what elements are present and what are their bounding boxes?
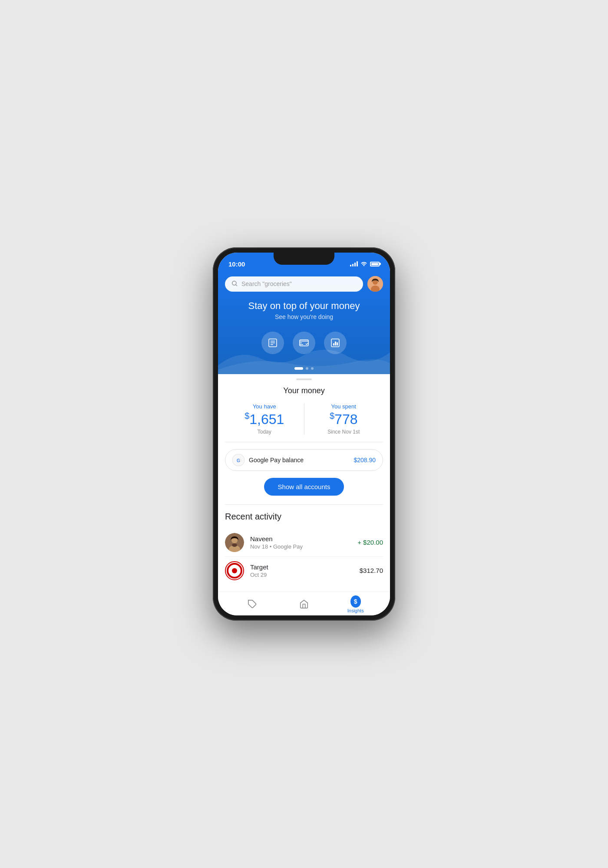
naveen-amount: + $20.00 <box>357 539 383 546</box>
balance-left: G Google Pay balance <box>232 454 304 466</box>
you-spent-period: Since Nov 1st <box>309 429 379 435</box>
nav-insights-label: Insights <box>347 608 364 613</box>
naveen-avatar <box>225 533 244 552</box>
you-spent-cell: You spent $778 Since Nov 1st <box>304 403 383 435</box>
you-have-period: Today <box>229 429 300 435</box>
signal-icon <box>350 261 358 266</box>
you-spent-value: 778 <box>334 411 357 427</box>
target-detail: Oct 29 <box>250 572 354 578</box>
search-placeholder: Search "groceries" <box>241 280 292 287</box>
search-bar[interactable]: Search "groceries" <box>225 276 363 292</box>
avatar[interactable] <box>367 276 383 292</box>
drag-handle <box>296 378 312 380</box>
wifi-icon <box>360 260 367 267</box>
tag-icon <box>247 599 258 609</box>
svg-rect-12 <box>335 342 336 345</box>
carousel-dots <box>225 367 383 374</box>
hero-section: Stay on top of your money See how you're… <box>225 300 383 326</box>
recent-activity-title: Recent activity <box>225 512 383 522</box>
naveen-name: Naveen <box>250 535 351 542</box>
you-have-label: You have <box>229 403 300 410</box>
header-blue: Search "groceries" Stay on top of your m… <box>218 272 390 374</box>
phone-screen: 10:00 <box>218 253 390 615</box>
nav-item-pay[interactable] <box>227 599 278 611</box>
transactions-button[interactable] <box>261 332 284 354</box>
notch <box>274 253 334 265</box>
balance-name: Google Pay balance <box>249 457 304 464</box>
you-have-cell: You have $1,651 Today <box>225 403 304 435</box>
cards-button[interactable] <box>293 332 315 354</box>
google-pay-balance-row[interactable]: G Google Pay balance $208.90 <box>225 449 383 471</box>
you-spent-dollar: $ <box>330 411 334 421</box>
phone-device: 10:00 <box>213 247 395 621</box>
dot-3 <box>311 367 314 370</box>
activity-item-naveen[interactable]: Naveen Nov 18 • Google Pay + $20.00 <box>218 529 390 556</box>
dot-1 <box>294 367 303 370</box>
svg-rect-13 <box>337 342 338 345</box>
hero-title: Stay on top of your money <box>229 300 379 312</box>
bottom-nav: $ Insights <box>218 592 390 615</box>
target-name: Target <box>250 563 354 571</box>
section-divider <box>225 504 383 505</box>
hero-subtitle: See how you're doing <box>229 313 379 320</box>
show-all-accounts-button[interactable]: Show all accounts <box>264 478 344 496</box>
svg-point-19 <box>232 543 237 547</box>
target-amount: $312.70 <box>360 567 383 574</box>
insights-nav-icon: $ <box>350 596 361 607</box>
you-spent-amount: $778 <box>309 411 379 427</box>
action-icons-row <box>225 326 383 367</box>
svg-point-0 <box>232 281 236 285</box>
insights-button[interactable] <box>324 332 347 354</box>
activity-item-target[interactable]: Target Oct 29 $312.70 <box>218 557 390 585</box>
svg-rect-11 <box>333 343 334 345</box>
nav-item-insights[interactable]: $ Insights <box>330 596 381 613</box>
your-money-title: Your money <box>218 386 390 395</box>
status-time: 10:00 <box>228 260 245 268</box>
target-logo <box>225 561 244 580</box>
battery-icon <box>370 262 380 266</box>
dot-2 <box>306 367 308 370</box>
naveen-info: Naveen Nov 18 • Google Pay <box>250 535 351 550</box>
search-row: Search "groceries" <box>225 276 383 292</box>
naveen-detail: Nov 18 • Google Pay <box>250 543 351 550</box>
you-have-dollar: $ <box>245 411 249 421</box>
balance-amount: $208.90 <box>354 457 376 464</box>
money-grid: You have $1,651 Today You spent $778 Sin… <box>225 403 383 442</box>
gpay-logo: G <box>232 454 245 466</box>
you-have-amount: $1,651 <box>229 411 300 427</box>
target-info: Target Oct 29 <box>250 563 354 578</box>
content-area: Your money You have $1,651 Today You spe… <box>218 374 390 615</box>
you-spent-label: You spent <box>309 403 379 410</box>
you-have-value: 1,651 <box>249 411 284 427</box>
search-icon <box>231 280 238 288</box>
nav-item-home[interactable] <box>278 599 330 611</box>
home-icon <box>299 599 309 609</box>
status-icons <box>350 260 380 267</box>
svg-line-1 <box>236 285 237 286</box>
